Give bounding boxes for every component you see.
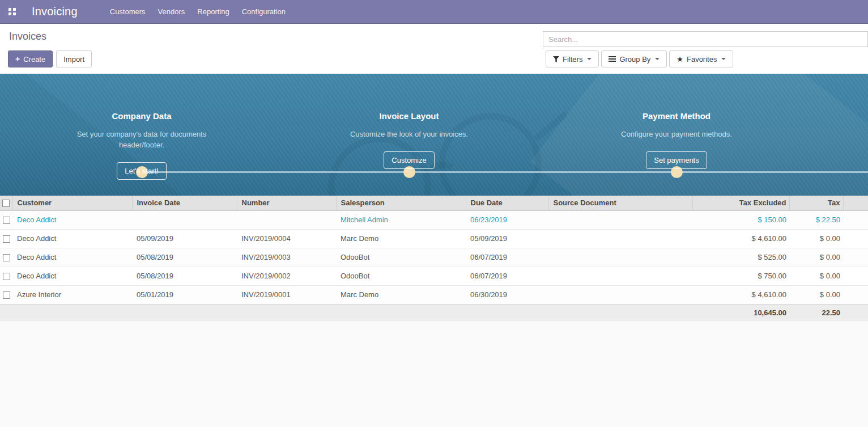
cell-customer[interactable]: Deco Addict	[12, 267, 132, 285]
column-header-number[interactable]: Number	[237, 196, 336, 210]
cell-salesperson[interactable]: OdooBot	[336, 267, 466, 285]
cell-tax[interactable]: $ 0.00	[789, 267, 843, 285]
menu-reporting[interactable]: Reporting	[191, 0, 235, 24]
cell-tax[interactable]: $ 0.00	[789, 229, 843, 248]
step-title: Invoice Layout	[318, 111, 500, 121]
cell-due-date[interactable]: 05/09/2019	[466, 229, 548, 248]
cell-salesperson[interactable]: Mitchell Admin	[336, 210, 466, 229]
cell-invoice-date[interactable]	[132, 210, 237, 229]
cell-number[interactable]: INV/2019/0001	[237, 285, 336, 304]
star-icon: ★	[676, 55, 683, 64]
table-row[interactable]: Deco Addict 05/08/2019 INV/2019/0003 Odo…	[0, 248, 868, 267]
row-checkbox[interactable]	[3, 291, 10, 299]
row-checkbox[interactable]	[3, 254, 10, 261]
import-button-label: Import	[63, 55, 84, 64]
import-button[interactable]: Import	[56, 50, 92, 67]
cell-customer[interactable]: Azure Interior	[12, 285, 132, 304]
cell-tax-excluded[interactable]: $ 750.00	[692, 267, 789, 285]
app-title[interactable]: Invoicing	[32, 5, 78, 18]
cell-source-document[interactable]	[548, 248, 692, 267]
list-lines-icon	[609, 55, 616, 63]
cell-source-document[interactable]	[548, 285, 692, 304]
onboarding-step-payment-method: Payment Method Configure your payment me…	[586, 111, 767, 169]
cell-invoice-date[interactable]: 05/01/2019	[132, 285, 237, 304]
caret-down-icon	[721, 58, 726, 60]
table-totals-row: 10,645.00 22.50	[0, 304, 868, 321]
column-header-tax-excluded[interactable]: Tax Excluded	[692, 196, 789, 210]
lets-start-button[interactable]: Let's start!	[117, 162, 167, 180]
cell-salesperson[interactable]: Marc Demo	[336, 285, 466, 304]
row-checkbox[interactable]	[3, 235, 10, 243]
step-description: Set your company's data for documents he…	[76, 129, 207, 150]
table-row[interactable]: Deco Addict Mitchell Admin 06/23/2019 $ …	[0, 210, 868, 229]
cell-customer[interactable]: Deco Addict	[12, 248, 132, 267]
cell-source-document[interactable]	[548, 210, 692, 229]
cell-salesperson[interactable]: OdooBot	[336, 248, 466, 267]
cell-tax-excluded[interactable]: $ 4,610.00	[692, 285, 789, 304]
select-all-checkbox[interactable]	[2, 200, 10, 207]
cell-invoice-date[interactable]: 05/09/2019	[132, 229, 237, 248]
cell-tax-excluded[interactable]: $ 150.00	[692, 210, 789, 229]
cell-number[interactable]: INV/2019/0003	[237, 248, 336, 267]
onboarding-step-invoice-layout: Invoice Layout Customize the look of you…	[318, 111, 500, 169]
group-by-button[interactable]: Group By	[601, 50, 667, 67]
cell-due-date[interactable]: 06/07/2019	[466, 267, 548, 285]
invoice-list-table: Customer Invoice Date Number Salesperson…	[0, 196, 868, 321]
search-box	[543, 31, 868, 47]
cell-customer[interactable]: Deco Addict	[12, 229, 132, 248]
column-header-invoice-date[interactable]: Invoice Date	[132, 196, 237, 210]
page-title: Invoices	[9, 31, 46, 43]
table-row[interactable]: Deco Addict 05/08/2019 INV/2019/0002 Odo…	[0, 267, 868, 285]
onboarding-timeline	[142, 171, 868, 173]
cell-tax[interactable]: $ 0.00	[789, 285, 843, 304]
column-header-tax[interactable]: Tax	[789, 196, 843, 210]
favorites-button[interactable]: ★ Favorites	[669, 50, 733, 67]
step-title: Payment Method	[586, 111, 767, 121]
cell-salesperson[interactable]: Marc Demo	[336, 229, 466, 248]
cell-tax[interactable]: $ 22.50	[789, 210, 843, 229]
cell-number[interactable]	[237, 210, 336, 229]
control-panel: Invoices + Create Import Filters Group B…	[0, 24, 868, 74]
apps-grid-icon	[8, 8, 16, 15]
onboarding-step-company-data: Company Data Set your company's data for…	[51, 111, 232, 180]
cell-invoice-date[interactable]: 05/08/2019	[132, 248, 237, 267]
menu-configuration[interactable]: Configuration	[236, 0, 292, 24]
cell-due-date[interactable]: 06/23/2019	[466, 210, 548, 229]
apps-menu-button[interactable]	[3, 3, 20, 20]
row-checkbox[interactable]	[3, 273, 10, 280]
favorites-button-label: Favorites	[687, 55, 717, 64]
create-button[interactable]: + Create	[8, 50, 53, 67]
menu-vendors[interactable]: Vendors	[152, 0, 192, 24]
cell-source-document[interactable]	[548, 229, 692, 248]
cell-due-date[interactable]: 06/07/2019	[466, 248, 548, 267]
filters-button[interactable]: Filters	[546, 50, 599, 67]
column-header-salesperson[interactable]: Salesperson	[336, 196, 466, 210]
cell-due-date[interactable]: 06/30/2019	[466, 285, 548, 304]
cell-number[interactable]: INV/2019/0002	[237, 267, 336, 285]
column-header-source-document[interactable]: Source Document	[548, 196, 692, 210]
cell-tax-excluded[interactable]: $ 525.00	[692, 248, 789, 267]
caret-down-icon	[655, 58, 659, 60]
set-payments-button[interactable]: Set payments	[646, 151, 707, 169]
column-header-due-date[interactable]: Due Date	[466, 196, 548, 210]
row-checkbox[interactable]	[3, 217, 10, 224]
cell-tax[interactable]: $ 0.00	[789, 248, 843, 267]
cell-tax-excluded[interactable]: $ 4,610.00	[692, 229, 789, 248]
table-row[interactable]: Azure Interior 05/01/2019 INV/2019/0001 …	[0, 285, 868, 304]
step-description: Configure your payment methods.	[611, 129, 742, 139]
customize-button[interactable]: Customize	[384, 151, 434, 169]
cell-customer[interactable]: Deco Addict	[12, 210, 132, 229]
table-row[interactable]: Deco Addict 05/09/2019 INV/2019/0004 Mar…	[0, 229, 868, 248]
menu-customers[interactable]: Customers	[104, 0, 152, 24]
total-tax: 22.50	[789, 304, 843, 321]
empty-content-area	[0, 321, 868, 426]
search-input[interactable]	[543, 31, 868, 47]
cell-number[interactable]: INV/2019/0004	[237, 229, 336, 248]
column-header-customer[interactable]: Customer	[12, 196, 132, 210]
cell-invoice-date[interactable]: 05/08/2019	[132, 267, 237, 285]
filters-button-label: Filters	[563, 55, 582, 64]
step-title: Company Data	[51, 111, 232, 121]
onboarding-banner: Company Data Set your company's data for…	[0, 74, 868, 196]
cell-source-document[interactable]	[548, 267, 692, 285]
plus-icon: +	[15, 55, 20, 63]
